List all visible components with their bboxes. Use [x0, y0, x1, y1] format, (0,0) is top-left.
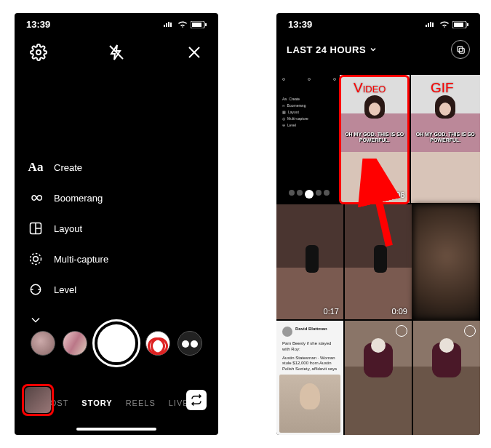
svg-point-3 — [36, 50, 41, 55]
flash-off-icon — [108, 44, 125, 61]
menu-create[interactable]: Aa Create — [28, 152, 218, 183]
layout-icon — [28, 220, 44, 236]
media-duration: 0:09 — [392, 307, 407, 316]
media-duration: 0:06 — [389, 191, 404, 199]
media-tile-gif[interactable]: OH MY GOD. THIS IS SO POWERFUL. — [411, 75, 481, 203]
album-selector[interactable]: LAST 24 HOURS — [287, 44, 378, 55]
status-icons — [425, 21, 468, 28]
menu-label: Create — [54, 162, 82, 173]
svg-point-10 — [33, 257, 39, 262]
close-button[interactable] — [185, 43, 204, 62]
mode-story[interactable]: STORY — [81, 399, 112, 407]
filter-2[interactable] — [63, 331, 87, 356]
tweet-text: Pam Beesly if she stayed with Roy: Austi… — [282, 341, 338, 372]
multi-select-icon — [455, 44, 466, 55]
menu-layout[interactable]: Layout — [28, 213, 218, 244]
close-icon — [185, 44, 203, 61]
camera-top-controls — [15, 33, 218, 72]
media-tile[interactable] — [413, 321, 480, 435]
picker-header: LAST 24 HOURS — [276, 33, 480, 63]
chevron-down-icon — [369, 45, 378, 54]
create-menu: Aa Create Boomerang Layout Multi-capture… — [15, 152, 218, 335]
svg-rect-17 — [467, 23, 468, 26]
media-duration: 0:17 — [324, 307, 339, 316]
tweet-author: David Blattman — [295, 327, 327, 331]
multicapture-icon — [28, 251, 44, 267]
filter-3[interactable] — [145, 331, 170, 356]
infinity-icon — [28, 190, 44, 206]
media-caption: OH MY GOD. THIS IS SO POWERFUL. — [414, 132, 478, 143]
multi-select-button[interactable] — [451, 40, 470, 59]
shutter-button[interactable] — [95, 321, 138, 365]
gallery-picker-screen: 13:39 LAST 24 HOURS AaCreate ∞Boomerang … — [276, 13, 480, 435]
media-grid: 0:17 0:09 David Blattman Pam Beesly if s… — [276, 204, 480, 435]
selection-badge — [464, 325, 476, 337]
switch-camera-icon — [190, 393, 203, 407]
filter-1[interactable] — [31, 331, 55, 356]
svg-point-11 — [31, 254, 41, 265]
clock: 13:39 — [26, 19, 50, 30]
mode-reels[interactable]: REELS — [126, 399, 156, 407]
svg-rect-18 — [458, 47, 463, 52]
status-icons — [163, 21, 207, 28]
media-tile-video[interactable]: OH MY GOD. THIS IS SO POWERFUL. 0:06 — [340, 75, 410, 203]
mini-camera-preview[interactable]: AaCreate ∞Boomerang ▦Layout ◎Multi-captu… — [279, 75, 339, 203]
level-icon — [28, 281, 44, 297]
menu-boomerang[interactable]: Boomerang — [28, 183, 218, 213]
menu-label: Multi-capture — [54, 254, 108, 265]
filter-4[interactable] — [177, 331, 202, 356]
settings-button[interactable] — [29, 43, 48, 62]
svg-rect-19 — [459, 48, 464, 53]
status-bar: 13:39 — [15, 13, 218, 33]
menu-label: Boomerang — [54, 193, 103, 204]
menu-multicapture[interactable]: Multi-capture — [28, 244, 218, 274]
svg-rect-1 — [192, 23, 201, 27]
clock: 13:39 — [288, 19, 312, 30]
text-icon: Aa — [28, 159, 44, 175]
gallery-button[interactable] — [25, 387, 51, 413]
svg-rect-16 — [454, 23, 463, 27]
selection-badge — [396, 325, 407, 337]
status-bar: 13:39 — [276, 13, 480, 33]
media-tile[interactable]: 0:17 — [276, 204, 343, 319]
switch-camera-button[interactable] — [186, 390, 207, 410]
media-tile[interactable] — [413, 204, 480, 319]
media-tile[interactable] — [345, 321, 412, 435]
menu-label: Level — [54, 284, 76, 295]
flash-button[interactable] — [107, 43, 126, 62]
menu-level[interactable]: Level — [28, 274, 218, 305]
camera-screen: 13:39 Aa Create Boomerang Layout — [15, 13, 218, 435]
svg-rect-2 — [205, 23, 207, 26]
media-tile[interactable]: David Blattman Pam Beesly if she stayed … — [276, 321, 343, 435]
album-label: LAST 24 HOURS — [287, 44, 366, 55]
media-caption: OH MY GOD. THIS IS SO POWERFUL. — [343, 132, 407, 143]
menu-label: Layout — [54, 223, 82, 234]
gear-icon — [30, 44, 47, 61]
home-indicator — [76, 428, 156, 431]
filter-strip — [15, 321, 218, 365]
media-tile[interactable]: 0:09 — [345, 204, 412, 319]
